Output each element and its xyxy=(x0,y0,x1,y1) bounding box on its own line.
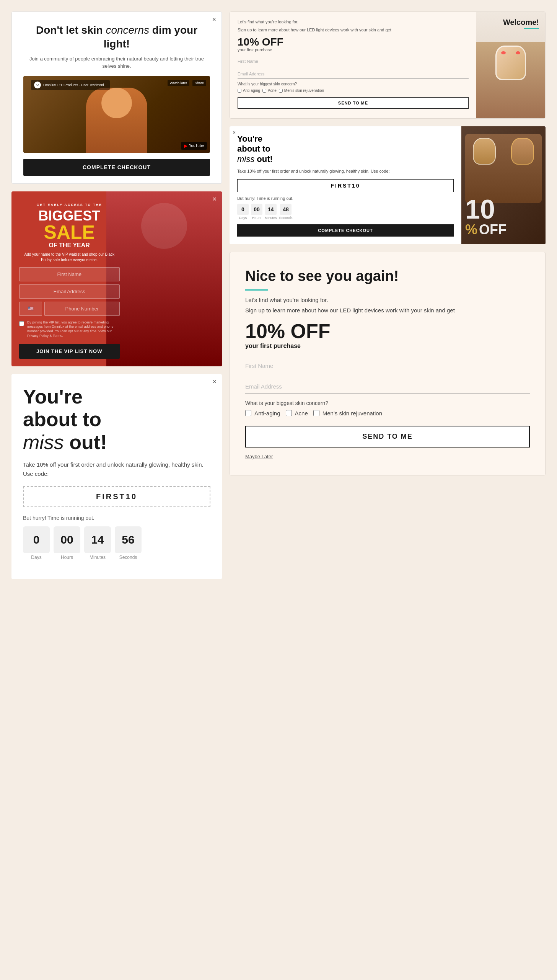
nice-checkboxes: Anti-aging Acne Men's skin rejuvenation xyxy=(245,410,530,416)
video-bg: O Omnilux LED Products - User Testimoni.… xyxy=(23,76,210,153)
nice-find-text: Let's find what you're looking for. xyxy=(245,297,530,303)
welcome-firstname-input[interactable] xyxy=(238,57,469,66)
nice-send-btn[interactable]: SEND TO ME xyxy=(245,426,530,448)
welcome-signup-text: Sign up to learn more about how our LED … xyxy=(238,27,469,33)
countdown-minutes-label: Minutes xyxy=(90,555,106,560)
cd-minutes-value: 14 xyxy=(265,204,277,215)
youtube-icon: ▶ xyxy=(184,143,187,149)
nice-concern-label: What is your biggest skin concern? xyxy=(245,400,530,406)
ten-number: 10 xyxy=(465,196,507,223)
nice-discount-sub: your first purchase xyxy=(245,343,530,350)
welcome-right-panel: Welcome! xyxy=(476,12,545,118)
welcome-title: Welcome! xyxy=(503,18,539,27)
video-thumbnail[interactable]: O Omnilux LED Products - User Testimoni.… xyxy=(23,76,210,153)
youtube-badge: ▶ YouTube xyxy=(181,142,207,150)
nice-email-input[interactable] xyxy=(245,379,530,394)
bf-form: 🇺🇸 By joining the VIP list, you agree to… xyxy=(19,267,120,359)
popup-close-btn-small[interactable]: × xyxy=(233,129,236,136)
bf-email-input[interactable] xyxy=(19,284,120,299)
hurry-text-small: But hurry! Time is running out. xyxy=(237,196,454,201)
bf-checkbox-row: By joining the VIP list, you agree to re… xyxy=(19,320,120,338)
countdown-seconds: 56 Seconds xyxy=(115,526,142,560)
popup-blackfriday: × GET EARLY ACCESS TO THE BIGGEST SALE o… xyxy=(11,191,222,366)
cd-days-small: 0 Days xyxy=(237,204,249,220)
share-btn[interactable]: Share xyxy=(192,80,206,86)
bf-of-year: of the year xyxy=(19,242,120,249)
welcome-checkboxes: Anti-aging Acne Men's skin rejuvenation xyxy=(238,88,469,93)
vip-join-btn[interactable]: JOIN THE VIP LIST NOW xyxy=(19,344,120,359)
welcome-email-input[interactable] xyxy=(238,69,469,79)
popup-close-btn[interactable]: × xyxy=(212,16,216,24)
nice-checkbox-acne[interactable]: Acne xyxy=(286,410,308,416)
complete-checkout-btn-1[interactable]: COMPLETE CHECKOUT xyxy=(23,159,210,176)
welcome-discount: 10% OFF xyxy=(238,37,469,47)
countdown-hours-label: Hours xyxy=(61,555,73,560)
bf-consent-text: By joining the VIP list, you agree to re… xyxy=(27,320,120,338)
countdown-row-large: 0 Days 00 Hours 14 Minutes 56 Seconds xyxy=(23,526,210,560)
miss-out-headline-small: You'reabout tomiss out! xyxy=(237,134,454,164)
popup-close-btn-3[interactable]: × xyxy=(212,378,217,386)
countdown-days-label: Days xyxy=(31,555,41,560)
popup-miss-out-small: × You'reabout tomiss out! Take 10% off y… xyxy=(230,126,546,244)
bf-phone-row: 🇺🇸 xyxy=(19,302,120,316)
countdown-seconds-label: Seconds xyxy=(119,555,137,560)
bf-sale: SALE xyxy=(19,223,120,242)
maybe-later-link[interactable]: Maybe Later xyxy=(245,454,273,459)
cd-hours-value: 00 xyxy=(251,204,262,215)
nice-antiaging-checkbox[interactable] xyxy=(245,410,251,416)
welcome-concern-label: What is your biggest skin concern? xyxy=(238,82,469,86)
nice-signup-text: Sign up to learn more about how our LED … xyxy=(245,306,530,315)
miss-out-img-side: 10 % OFF xyxy=(461,126,546,244)
countdown-hours-value: 00 xyxy=(54,526,80,553)
popup-close-btn-2[interactable]: × xyxy=(212,195,217,203)
countdown-minutes-value: 14 xyxy=(84,526,111,553)
nice-checkbox-antiaging[interactable]: Anti-aging xyxy=(245,410,280,416)
countdown-seconds-value: 56 xyxy=(115,526,142,553)
welcome-discount-sub: your first purchase xyxy=(238,47,469,52)
bf-biggest: BIGGEST xyxy=(19,209,120,223)
countdown-small: 0 Days 00 Hours 14 Minutes 48 xyxy=(237,204,454,220)
cd-minutes-label: Minutes xyxy=(265,216,277,220)
nice-firstname-input[interactable] xyxy=(245,359,530,373)
cd-days-value: 0 xyxy=(237,204,249,215)
percent-sign: % xyxy=(465,223,477,237)
popup-subtitle: Join a community of people embracing the… xyxy=(23,55,210,70)
welcome-left-panel: Let's find what you're looking for. Sign… xyxy=(230,12,476,118)
nice-mens-checkbox[interactable] xyxy=(313,410,319,416)
nice-acne-checkbox[interactable] xyxy=(286,410,292,416)
cd-days-label: Days xyxy=(239,216,247,220)
cd-seconds-label: Seconds xyxy=(279,216,293,220)
welcome-send-btn[interactable]: SEND TO ME xyxy=(238,97,469,109)
cd-seconds-small: 48 Seconds xyxy=(279,204,293,220)
miss-out-desc-small: Take 10% off your first order and unlock… xyxy=(237,168,454,175)
bf-consent-checkbox[interactable] xyxy=(19,321,24,326)
nice-checkbox-mens[interactable]: Men's skin rejuvenation xyxy=(313,410,382,416)
checkbox-antiaging[interactable]: Anti-aging xyxy=(238,88,260,93)
nice-to-see-headline: Nice to see you again! xyxy=(245,268,530,285)
miss-out-text-side: You'reabout tomiss out! Take 10% off you… xyxy=(230,126,461,244)
checkout-btn-small[interactable]: COMPLETE CHECKOUT xyxy=(237,224,454,237)
watch-later-btn[interactable]: Watch later xyxy=(168,80,189,86)
promo-code-box-large: FIRST10 xyxy=(23,486,210,507)
countdown-days: 0 Days xyxy=(23,526,50,560)
welcome-find-text: Let's find what you're looking for. xyxy=(238,20,469,24)
bf-phone-input[interactable] xyxy=(44,302,120,316)
countdown-days-value: 0 xyxy=(23,526,50,553)
popup-welcome: Let's find what you're looking for. Sign… xyxy=(230,11,546,119)
bf-flag: 🇺🇸 xyxy=(19,302,42,316)
antiaging-checkbox[interactable] xyxy=(238,89,241,93)
acne-checkbox[interactable] xyxy=(262,89,266,93)
checkbox-acne[interactable]: Acne xyxy=(262,88,277,93)
popup-miss-out-large: × You'reabout tomiss out! Take 10% off y… xyxy=(11,374,222,579)
bf-firstname-input[interactable] xyxy=(19,267,120,281)
bf-arc-text: GET EARLY ACCESS TO THE xyxy=(19,203,120,207)
checkbox-mens[interactable]: Men's skin rejuvenation xyxy=(279,88,324,93)
cd-hours-label: Hours xyxy=(252,216,261,220)
miss-out-inner: You'reabout tomiss out! Take 10% off you… xyxy=(230,126,546,244)
countdown-hours: 00 Hours xyxy=(54,526,80,560)
nice-discount: 10% OFF xyxy=(245,321,530,341)
ten-off-overlay: 10 % OFF xyxy=(465,196,507,237)
mens-checkbox[interactable] xyxy=(279,89,283,93)
miss-out-desc-large: Take 10% off your first order and unlock… xyxy=(23,460,210,479)
off-text: OFF xyxy=(479,223,507,237)
